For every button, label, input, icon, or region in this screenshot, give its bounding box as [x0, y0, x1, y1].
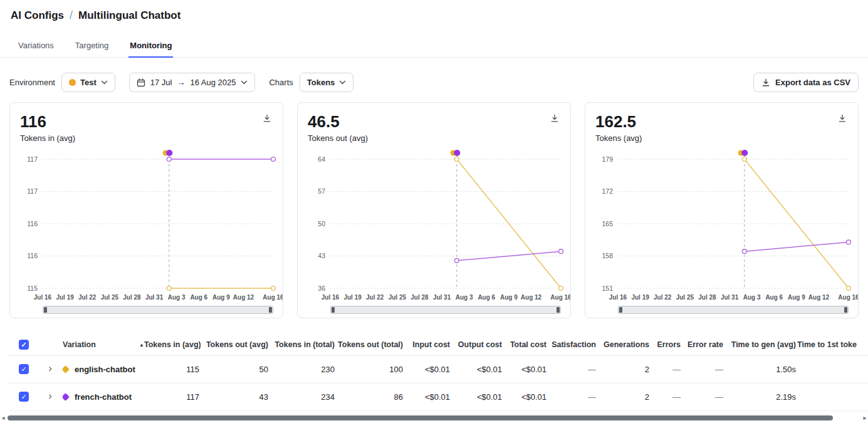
data-point-english-chatbot[interactable] [167, 286, 171, 290]
chart-card-tokens-avg: 162.5 Tokens (avg) 179172165158151Jul 16… [585, 102, 859, 318]
column-header-time-to-gen-avg[interactable]: Time to gen (avg) [724, 335, 797, 355]
chart-range-slider[interactable] [330, 306, 561, 314]
column-header-tokens-in-total[interactable]: Tokens in (total) [269, 335, 336, 355]
data-point-english-chatbot[interactable] [271, 286, 276, 290]
event-dot-french-chatbot[interactable] [741, 150, 748, 156]
y-axis-tick-label: 158 [602, 252, 613, 259]
chart-card-tokens-in-avg: 116 Tokens in (avg) 117117116116115Jul 1… [9, 102, 283, 318]
date-range-start: 17 Jul [150, 78, 172, 87]
event-dot-french-chatbot[interactable] [454, 150, 460, 156]
column-header-time-to-1st-token[interactable]: Time to 1st toke [797, 335, 868, 355]
y-axis-tick-label: 36 [318, 284, 325, 291]
chart-download-button[interactable] [837, 113, 848, 126]
table-row-english-chatbot: ✓›english-chatbot11550230100<$0.01<$0.01… [9, 355, 868, 383]
select-all-header-cell: ✓ [9, 335, 38, 355]
data-point-english-chatbot[interactable] [454, 157, 459, 161]
column-header-generations[interactable]: Generations [597, 335, 651, 355]
scroll-left-arrow-icon[interactable]: ◂ [0, 415, 6, 421]
y-axis-tick-label: 172 [602, 187, 613, 195]
cell-generations: 2 [597, 355, 651, 383]
x-axis-tick-label: Aug 12 [808, 294, 830, 301]
y-axis-tick-label: 117 [27, 155, 38, 162]
row-checkbox[interactable]: ✓ [19, 364, 29, 374]
sort-ascending-icon[interactable]: ▲ [139, 342, 144, 348]
data-point-french-chatbot[interactable] [742, 249, 746, 254]
slider-right-handle[interactable] [269, 307, 272, 313]
monitoring-table: ✓Variation▲Tokens in (avg)Tokens out (av… [9, 335, 868, 411]
variation-name[interactable]: english-chatbot [75, 365, 135, 374]
x-axis-tick-label: Aug 9 [500, 294, 518, 301]
x-axis-tick-label: Jul 28 [123, 294, 141, 301]
x-axis-tick-label: Aug 6 [478, 294, 495, 301]
chart-range-slider[interactable] [43, 306, 273, 314]
data-point-french-chatbot[interactable] [847, 240, 851, 244]
data-point-french-chatbot[interactable] [167, 157, 171, 161]
expand-column-header [38, 335, 63, 355]
chart-download-button[interactable] [261, 113, 273, 126]
chart-metric-value: 46.5 [308, 113, 368, 132]
horizontal-scrollbar[interactable]: ◂ ▸ [0, 414, 868, 422]
column-header-output-cost[interactable]: Output cost [451, 335, 503, 355]
data-point-english-chatbot[interactable] [742, 157, 746, 161]
tab-monitoring[interactable]: Monitoring [128, 38, 173, 57]
chart-download-button[interactable] [549, 113, 560, 126]
scroll-right-arrow-icon[interactable]: ▸ [862, 415, 868, 421]
x-axis-tick-label: Jul 16 [322, 294, 340, 301]
column-header-error-rate[interactable]: Error rate [682, 335, 724, 355]
expand-row-chevron-icon[interactable]: › [48, 362, 52, 375]
column-header-satisfaction[interactable]: Satisfaction [548, 335, 597, 355]
slider-left-handle[interactable] [44, 307, 47, 313]
tab-targeting[interactable]: Targeting [74, 38, 110, 57]
charts-section: 116 Tokens in (avg) 117117116116115Jul 1… [9, 102, 859, 318]
export-csv-button[interactable]: Export data as CSV [753, 73, 859, 92]
y-axis-tick-label: 115 [27, 284, 38, 291]
cell-tokens-out-avg: 43 [201, 383, 269, 410]
event-dot-french-chatbot[interactable] [166, 150, 172, 156]
tab-variations[interactable]: Variations [17, 38, 55, 57]
column-header-label: Variation [63, 340, 96, 349]
scrollbar-thumb[interactable] [8, 415, 833, 420]
slider-right-handle[interactable] [844, 307, 847, 313]
x-axis-tick-label: Jul 16 [34, 294, 52, 301]
data-point-english-chatbot[interactable] [847, 286, 851, 290]
expand-row-chevron-icon[interactable]: › [48, 390, 52, 402]
x-axis-tick-label: Jul 22 [78, 294, 97, 301]
row-checkbox[interactable]: ✓ [19, 392, 29, 402]
slider-left-handle[interactable] [332, 307, 335, 313]
slider-right-handle[interactable] [557, 307, 560, 313]
data-point-english-chatbot[interactable] [559, 286, 563, 290]
row-expand-cell: › [38, 383, 63, 410]
download-icon [550, 114, 559, 123]
date-range-picker[interactable]: 17 Jul → 16 Aug 2025 [129, 73, 256, 92]
column-header-tokens-out-total[interactable]: Tokens out (total) [336, 335, 404, 355]
column-header-total-cost[interactable]: Total cost [503, 335, 548, 355]
column-header-input-cost[interactable]: Input cost [404, 335, 451, 355]
table-row-french-chatbot: ✓›french-chatbot1174323486<$0.01<$0.01<$… [9, 383, 868, 410]
x-axis-tick-label: Aug 3 [743, 294, 761, 301]
charts-label: Charts [269, 78, 293, 87]
column-header-variation[interactable]: Variation▲ [63, 335, 144, 355]
variation-name[interactable]: french-chatbot [75, 392, 132, 402]
x-axis-tick-label: Jul 25 [101, 294, 119, 301]
chevron-down-icon [241, 80, 248, 85]
tokens-in-avg-line-chart: 117117116116115Jul 16Jul 19Jul 22Jul 25J… [20, 148, 276, 303]
data-point-french-chatbot[interactable] [271, 157, 276, 161]
x-axis-tick-label: Jul 28 [698, 294, 716, 301]
scrollbar-track[interactable] [6, 415, 862, 420]
breadcrumb-ai-configs[interactable]: AI Configs [11, 9, 64, 22]
x-axis-tick-label: Aug 9 [212, 294, 230, 301]
slider-left-handle[interactable] [619, 307, 622, 313]
y-axis-tick-label: 117 [27, 187, 38, 195]
data-point-french-chatbot[interactable] [559, 249, 563, 254]
column-header-tokens-in-avg[interactable]: Tokens in (avg) [144, 335, 201, 355]
chart-range-slider[interactable] [618, 306, 849, 314]
environment-select[interactable]: Test [61, 73, 115, 92]
select-all-checkbox[interactable]: ✓ [19, 340, 29, 350]
column-header-errors[interactable]: Errors [651, 335, 682, 355]
cell-satisfaction: — [548, 383, 597, 410]
charts-select[interactable]: Tokens [300, 73, 354, 92]
environment-label: Environment [9, 78, 55, 87]
column-header-tokens-out-avg[interactable]: Tokens out (avg) [201, 335, 269, 355]
data-point-french-chatbot[interactable] [454, 258, 459, 263]
tab-bar: Variations Targeting Monitoring [0, 38, 868, 58]
